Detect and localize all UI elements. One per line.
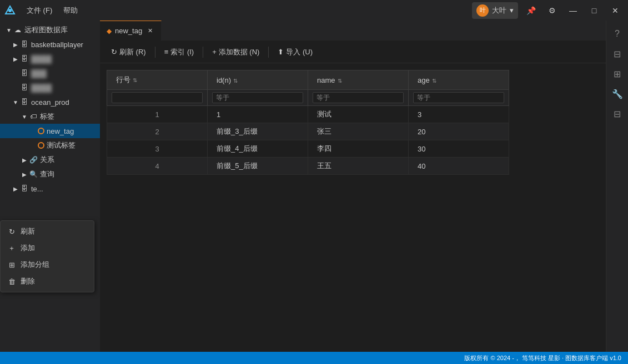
sidebar-item-test-tag[interactable]: ▶ 测试标签 xyxy=(0,138,100,153)
separator-2 xyxy=(203,47,203,58)
table-row[interactable]: 2 前缀_3_后缀 张三 20 xyxy=(107,123,509,140)
order-icon: ≡ xyxy=(164,48,169,56)
label-basketball: basketballplayer xyxy=(31,41,96,49)
maximize-button[interactable]: □ xyxy=(586,2,602,19)
label-query: 查询 xyxy=(40,169,96,179)
refresh-button[interactable]: ↻ 刷新 (R) xyxy=(107,45,150,59)
table-area: 行号⇅ id(n)⇅ name⇅ age⇅ 1 1 测试 xyxy=(100,63,606,352)
label-blurred1: ████ xyxy=(31,55,96,63)
sidebar-item-remote-db[interactable]: ▼ ☁ 远程图数据库 xyxy=(0,23,100,37)
tab-new-tag[interactable]: ◆ new_tag ✕ xyxy=(100,21,162,41)
user-info[interactable]: 叶 大叶 ▾ xyxy=(472,2,518,19)
sidebar: ▼ ☁ 远程图数据库 ▶ 🗄 basketballplayer ▶ 🗄 ████… xyxy=(0,21,100,352)
titlebar-menu: 文件 (F) 帮助 xyxy=(22,3,82,18)
cell-rownum: 4 xyxy=(107,158,208,175)
user-avatar: 叶 xyxy=(476,4,489,17)
data-table: 行号⇅ id(n)⇅ name⇅ age⇅ 1 1 测试 xyxy=(107,70,509,175)
sidebar-item-relations[interactable]: ▶ 🔗 关系 xyxy=(0,153,100,167)
arrow-te: ▶ xyxy=(11,184,20,193)
ctx-add-group[interactable]: ⊞ 添加分组 xyxy=(1,256,94,273)
label-tags: 标签 xyxy=(40,112,96,122)
table-row[interactable]: 1 1 测试 3 xyxy=(107,106,509,123)
db-icon: 🗄 xyxy=(20,40,29,49)
label-te: te... xyxy=(31,185,96,193)
arrow-blurred1: ▶ xyxy=(11,54,20,63)
arrow-basketball: ▶ xyxy=(11,40,20,49)
help-icon[interactable]: ? xyxy=(609,25,626,43)
filter-input-rownum[interactable] xyxy=(112,92,203,103)
sidebar-item-blurred2[interactable]: ▶ 🗄 ███ xyxy=(0,66,100,80)
tag-icon-new xyxy=(38,128,44,134)
col-rownum[interactable]: 行号⇅ xyxy=(107,70,208,90)
tabbar: ◆ new_tag ✕ xyxy=(100,21,606,41)
sidebar-item-ocean-prod[interactable]: ▼ 🗄 ocean_prod xyxy=(0,95,100,109)
filter-id xyxy=(208,90,308,106)
table-header-row: 行号⇅ id(n)⇅ name⇅ age⇅ xyxy=(107,70,509,90)
cell-name: 张三 xyxy=(308,123,409,140)
sidebar-item-tags[interactable]: ▼ 🏷 标签 xyxy=(0,109,100,124)
pin-button[interactable]: 📌 xyxy=(523,2,539,19)
db-icon-3: 🗄 xyxy=(20,69,29,78)
relation-icon: 🔗 xyxy=(29,155,38,164)
ctx-delete[interactable]: 🗑 删除 xyxy=(1,273,94,290)
cell-rownum: 1 xyxy=(107,106,208,123)
filter-input-id[interactable] xyxy=(212,92,303,103)
col-age[interactable]: age⇅ xyxy=(409,70,509,90)
add-data-button[interactable]: + 添加数据 (N) xyxy=(208,45,264,59)
filter-input-age[interactable] xyxy=(413,92,504,103)
sidebar-item-blurred1[interactable]: ▶ 🗄 ████ xyxy=(0,52,100,66)
close-button[interactable]: ✕ xyxy=(607,2,624,19)
sidebar-item-query[interactable]: ▶ 🔍 查询 xyxy=(0,167,100,181)
titlebar-left: 文件 (F) 帮助 xyxy=(4,3,82,18)
ctx-add-group-label: 添加分组 xyxy=(21,260,49,270)
panel1-icon[interactable]: ⊟ xyxy=(609,45,626,63)
statusbar-text: 版权所有 © 2024 -， 笃笃科技 星影 · 图数据库客户端 v1.0 xyxy=(464,354,621,362)
panel2-icon[interactable]: ⊞ xyxy=(609,65,626,83)
settings-button[interactable]: ⚙ xyxy=(544,2,560,19)
ctx-add[interactable]: + 添加 xyxy=(1,240,94,256)
main: ▼ ☁ 远程图数据库 ▶ 🗄 basketballplayer ▶ 🗄 ████… xyxy=(0,21,628,352)
cell-id: 前缀_3_后缀 xyxy=(208,123,308,140)
arrow-ocean: ▼ xyxy=(11,98,20,107)
import-button[interactable]: ⬆ 导入 (U) xyxy=(273,45,317,59)
add-data-icon: + xyxy=(212,48,217,56)
cell-rownum: 3 xyxy=(107,140,208,158)
app-logo xyxy=(4,5,16,16)
order-label: 索引 (I) xyxy=(170,47,194,57)
table-row[interactable]: 4 前缀_5_后缀 王五 40 xyxy=(107,158,509,175)
sidebar-item-te[interactable]: ▶ 🗄 te... xyxy=(0,181,100,196)
filter-input-name[interactable] xyxy=(313,92,404,103)
menu-file[interactable]: 文件 (F) xyxy=(22,3,57,18)
sidebar-item-new-tag[interactable]: ▶ new_tag xyxy=(0,124,100,138)
table-body: 1 1 测试 3 2 前缀_3_后缀 张三 20 3 前缀_4_后缀 李四 30… xyxy=(107,106,509,175)
arrow-tags: ▼ xyxy=(20,112,29,121)
filter-age xyxy=(409,90,509,106)
label-blurred2: ███ xyxy=(31,69,96,78)
panel3-icon[interactable]: ⊟ xyxy=(609,105,626,123)
db-icon-4: 🗄 xyxy=(20,83,29,92)
menu-help[interactable]: 帮助 xyxy=(59,3,82,18)
col-id[interactable]: id(n)⇅ xyxy=(208,70,308,90)
cell-age: 40 xyxy=(409,158,509,175)
query-icon: 🔍 xyxy=(29,170,38,179)
label-relations: 关系 xyxy=(40,155,96,165)
minimize-button[interactable]: — xyxy=(565,2,581,19)
ctx-add-label: 添加 xyxy=(21,243,35,253)
label-blurred3: ████ xyxy=(31,84,96,92)
right-sidebar: ? ⊟ ⊞ 🔧 ⊟ xyxy=(606,21,628,352)
separator-1 xyxy=(155,47,155,58)
sidebar-item-blurred3[interactable]: ▶ 🗄 ████ xyxy=(0,80,100,95)
tab-close-button[interactable]: ✕ xyxy=(145,27,154,36)
sidebar-item-basketballplayer[interactable]: ▶ 🗄 basketballplayer xyxy=(0,37,100,52)
content-area: ◆ new_tag ✕ ↻ 刷新 (R) ≡ 索引 (I) + 添加数据 (N) xyxy=(100,21,606,352)
titlebar: 文件 (F) 帮助 叶 大叶 ▾ 📌 ⚙ — □ ✕ xyxy=(0,0,628,21)
refresh-label: 刷新 (R) xyxy=(119,47,146,57)
tools-icon[interactable]: 🔧 xyxy=(609,85,626,103)
ctx-refresh[interactable]: ↻ 刷新 xyxy=(1,223,94,240)
table-row[interactable]: 3 前缀_4_后缀 李四 30 xyxy=(107,140,509,158)
ctx-refresh-label: 刷新 xyxy=(21,226,35,236)
cell-id: 前缀_5_后缀 xyxy=(208,158,308,175)
order-button[interactable]: ≡ 索引 (I) xyxy=(160,45,198,59)
refresh-icon: ↻ xyxy=(7,228,16,236)
col-name[interactable]: name⇅ xyxy=(308,70,409,90)
